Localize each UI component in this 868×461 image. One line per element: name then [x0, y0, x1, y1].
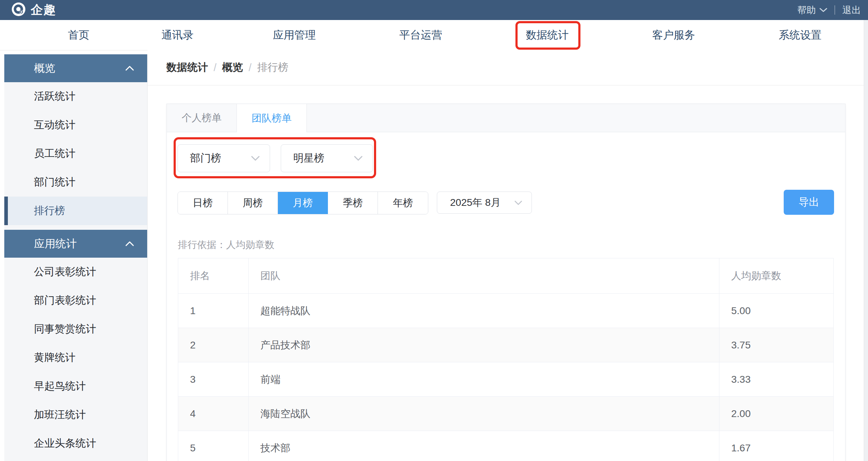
tab-personal-ranking[interactable]: 个人榜单 — [167, 104, 237, 132]
cell-avg-medals: 1.67 — [719, 431, 833, 461]
cell-avg-medals: 5.00 — [719, 294, 833, 328]
board-type-select[interactable]: 部门榜 — [178, 144, 270, 172]
brand-name: 企趣 — [31, 2, 56, 18]
sidebar-item-dept-praise-stats[interactable]: 部门表彰统计 — [4, 286, 147, 315]
sidebar-section-title: 应用统计 — [34, 237, 77, 251]
cell-team: 技术部 — [249, 431, 719, 461]
help-menu[interactable]: 帮助 — [797, 4, 827, 16]
sidebar-item-ranking[interactable]: 排行榜 — [4, 197, 147, 225]
cell-team: 超能特战队 — [249, 294, 719, 328]
cell-avg-medals: 2.00 — [719, 397, 833, 431]
nav-item-service[interactable]: 客户服务 — [652, 20, 695, 50]
sidebar-item-active-stats[interactable]: 活跃统计 — [4, 82, 147, 111]
app-logo: 企趣 — [11, 2, 56, 18]
top-app-bar: 企趣 帮助 退出 — [0, 0, 868, 20]
sidebar-item-overtime-stats[interactable]: 加班汪统计 — [4, 401, 147, 429]
sidebar-item-colleague-praise-stats[interactable]: 同事赞赏统计 — [4, 315, 147, 343]
cell-avg-medals: 3.33 — [719, 362, 833, 397]
sidebar-item-early-bird-stats[interactable]: 早起鸟统计 — [4, 372, 147, 401]
header-team: 团队 — [249, 258, 719, 294]
month-picker-value: 2025年 8月 — [450, 196, 501, 209]
cell-rank: 2 — [178, 328, 249, 362]
cell-rank: 5 — [178, 431, 249, 461]
sidebar-item-department-stats[interactable]: 部门统计 — [4, 168, 147, 197]
chevron-up-icon — [125, 241, 134, 247]
period-daily-button[interactable]: 日榜 — [178, 192, 228, 214]
breadcrumb-statistics[interactable]: 数据统计 — [166, 60, 208, 75]
logout-button[interactable]: 退出 — [842, 4, 861, 16]
brand-logo-icon — [11, 2, 26, 18]
nav-item-statistics[interactable]: 数据统计 — [526, 20, 569, 50]
tab-team-ranking[interactable]: 团队榜单 — [237, 104, 307, 132]
period-weekly-button[interactable]: 周榜 — [228, 192, 278, 214]
ranking-basis-label: 排行依据：人均勋章数 — [178, 238, 274, 251]
breadcrumb-overview[interactable]: 概览 — [222, 60, 243, 75]
cell-team: 海陆空战队 — [249, 397, 719, 431]
sidebar-section-title: 概览 — [34, 61, 55, 76]
main-nav: 首页 通讯录 应用管理 平台运营 数据统计 客户服务 系统设置 — [0, 20, 868, 50]
period-monthly-button[interactable]: 月榜 — [278, 192, 328, 214]
ranking-card: 个人榜单 团队榜单 部门榜 明星榜 日榜 周榜 月榜 季榜 年榜 2025年 8… — [166, 104, 845, 461]
breadcrumb-separator: / — [214, 62, 216, 74]
sidebar-item-company-praise-stats[interactable]: 公司表彰统计 — [4, 258, 147, 286]
nav-item-apps[interactable]: 应用管理 — [273, 20, 316, 50]
sidebar-item-yellow-card-stats[interactable]: 黄牌统计 — [4, 343, 147, 372]
period-yearly-button[interactable]: 年榜 — [378, 192, 428, 214]
nav-item-settings[interactable]: 系统设置 — [779, 20, 822, 50]
cell-rank: 3 — [178, 362, 249, 397]
table-row: 1 超能特战队 5.00 — [178, 294, 833, 328]
table-row: 4 海陆空战队 2.00 — [178, 397, 833, 431]
period-quarterly-button[interactable]: 季榜 — [328, 192, 378, 214]
breadcrumb: 数据统计 / 概览 / 排行榜 — [148, 50, 868, 85]
cell-team: 前端 — [249, 362, 719, 397]
help-chevron-down-icon — [819, 8, 827, 13]
chevron-down-icon — [354, 156, 363, 161]
cell-team: 产品技术部 — [249, 328, 719, 362]
breadcrumb-separator: / — [249, 62, 251, 74]
sidebar-section-app-stats[interactable]: 应用统计 — [4, 230, 147, 258]
month-picker[interactable]: 2025年 8月 — [437, 192, 532, 214]
sidebar: 概览 活跃统计 互动统计 员工统计 部门统计 排行榜 应用统计 公司表彰统计 部… — [4, 54, 148, 461]
board-type-value: 部门榜 — [190, 151, 221, 165]
star-board-value: 明星榜 — [293, 151, 324, 165]
cell-rank: 1 — [178, 294, 249, 328]
help-label: 帮助 — [797, 4, 816, 16]
header-avg-medals: 人均勋章数 — [719, 258, 833, 294]
chevron-down-icon — [514, 200, 522, 205]
page-scrollbar[interactable] — [864, 20, 868, 461]
table-row: 2 产品技术部 3.75 — [178, 328, 833, 362]
cell-rank: 4 — [178, 397, 249, 431]
table-row: 3 前端 3.33 — [178, 362, 833, 397]
header-rank: 排名 — [178, 258, 249, 294]
sidebar-section-overview[interactable]: 概览 — [4, 54, 147, 82]
nav-item-home[interactable]: 首页 — [68, 20, 89, 50]
star-board-select[interactable]: 明星榜 — [281, 144, 373, 172]
nav-item-platform[interactable]: 平台运营 — [399, 20, 442, 50]
breadcrumb-current-ranking: 排行榜 — [257, 60, 288, 75]
nav-item-contacts[interactable]: 通讯录 — [161, 20, 194, 50]
sidebar-item-headline-stats[interactable]: 企业头条统计 — [4, 429, 147, 458]
table-row: 5 技术部 1.67 — [178, 431, 833, 461]
period-segmented-control: 日榜 周榜 月榜 季榜 年榜 — [178, 192, 428, 214]
chevron-up-icon — [125, 65, 134, 71]
sidebar-gap — [4, 225, 147, 230]
chevron-down-icon — [251, 156, 260, 161]
ranking-table: 排名 团队 人均勋章数 1 超能特战队 5.00 2 产品技术部 3.75 3 … — [178, 258, 834, 461]
table-header-row: 排名 团队 人均勋章数 — [178, 258, 833, 294]
sidebar-item-interaction-stats[interactable]: 互动统计 — [4, 111, 147, 139]
cell-avg-medals: 3.75 — [719, 328, 833, 362]
sidebar-item-employee-stats[interactable]: 员工统计 — [4, 139, 147, 168]
export-button[interactable]: 导出 — [784, 190, 834, 215]
topbar-divider — [834, 5, 835, 15]
ranking-tabbar: 个人榜单 团队榜单 — [167, 104, 845, 132]
